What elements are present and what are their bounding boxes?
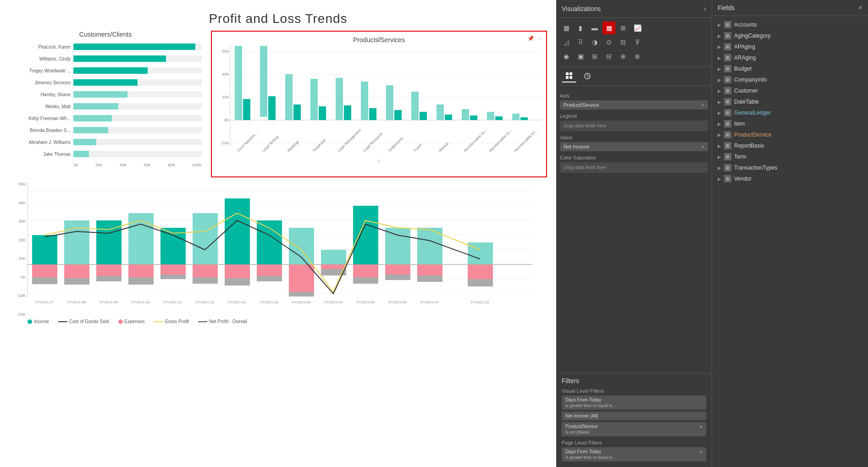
accounts-name: Accounts [734, 22, 757, 28]
transaction-types-name: TransactionTypes [734, 165, 777, 171]
viz-icon-map[interactable]: ⊕ [617, 50, 630, 63]
term-name: Term [734, 154, 746, 160]
customers-bar-chart: Peacock, KarenWilliams, CindyTingey Worl… [9, 42, 202, 170]
filter-clear-3[interactable]: × [699, 424, 702, 430]
viz-icon-donut[interactable]: ⊙ [603, 36, 615, 49]
bar-fill [73, 91, 127, 98]
viz-icon-stacked-bar[interactable]: ▬ [588, 22, 601, 34]
filter-days-from-today-visual: Days From Today is greater than or equal… [562, 396, 706, 410]
field-apaging[interactable]: ▶ ⊞ APAging [718, 42, 862, 52]
legend-net-profit: Net Profit - Overall [198, 319, 247, 324]
filter-clear-4[interactable]: × [699, 449, 702, 456]
viz-icon-card[interactable]: ▣ [574, 50, 587, 63]
field-transaction-types[interactable]: ▶ ⊞ TransactionTypes [718, 163, 862, 173]
svg-text:Settlements: Settlements [387, 136, 404, 153]
svg-rect-23 [386, 85, 393, 120]
customers-x-axis: 0K 20K 40K 60K 80K 100K [14, 163, 202, 167]
svg-rect-60 [32, 277, 57, 284]
bar-fill [73, 103, 118, 110]
svg-rect-30 [470, 115, 477, 120]
date-table-icon: ⊞ [724, 98, 731, 105]
legend-income-label: Income [34, 319, 49, 324]
field-vendor[interactable]: ▶ ⊞ Vendor [718, 174, 862, 184]
svg-rect-90 [353, 277, 378, 284]
more-icon[interactable]: ··· [537, 35, 542, 42]
svg-rect-97 [468, 242, 493, 264]
axis-dropdown[interactable]: Product/Service × [560, 100, 708, 110]
field-date-table[interactable]: ▶ ⊞ DateTable [718, 97, 862, 107]
svg-rect-98 [468, 264, 493, 279]
svg-rect-74 [193, 264, 218, 277]
bar-track [73, 67, 202, 74]
bar-track [73, 127, 202, 133]
svg-rect-63 [64, 278, 89, 285]
legend-drag-area: Drag data fields here [560, 121, 708, 131]
axis-value: Product/Service [564, 102, 599, 108]
chart-legend: Income Cost of Goods Sold Expenses Gross… [9, 319, 547, 324]
field-company-info[interactable]: ▶ ⊞ CompanyInfo [718, 75, 862, 85]
customer-chevron: ▶ [718, 88, 721, 93]
viz-icon-line[interactable]: 📈 [631, 22, 644, 34]
viz-icon-area[interactable]: ◿ [560, 36, 573, 49]
viz-fields-tab[interactable] [562, 70, 576, 82]
araging-chevron: ▶ [718, 55, 721, 60]
value-label: Value [560, 135, 708, 140]
filter-name-1: Days From Today [565, 397, 616, 402]
bar-label: Tingey Worldwide ... [14, 68, 73, 73]
svg-rect-25 [411, 92, 419, 120]
viz-icon-bar[interactable]: ▦ [560, 22, 573, 34]
svg-rect-115 [569, 72, 572, 75]
viz-panel-chevron[interactable]: › [704, 5, 706, 13]
fields-panel-header: Fields × [712, 0, 868, 16]
budget-icon: ⊞ [724, 65, 731, 72]
svg-text:FY2015-02: FY2015-02 [260, 300, 278, 304]
svg-rect-28 [445, 115, 452, 120]
viz-icon-stacked100[interactable]: ⊞ [617, 22, 630, 34]
svg-text:20K: 20K [222, 95, 229, 99]
viz-icon-gauge[interactable]: ◉ [560, 50, 573, 63]
field-araging[interactable]: ▶ ⊞ ARAging [718, 53, 862, 63]
viz-icon-column[interactable]: ▮ [574, 22, 587, 34]
value-dropdown[interactable]: Net Income × [560, 142, 708, 151]
viz-format-tab[interactable] [580, 70, 595, 82]
bar-label: Brenda Bowden S... [14, 128, 73, 133]
legend-cogs-icon [58, 321, 67, 322]
field-accounts[interactable]: ▶ ⊞ Accounts [718, 20, 862, 30]
field-aging-category[interactable]: ▶ ⊞ AgingCategory [718, 31, 862, 41]
viz-icon-funnel[interactable]: ⊽ [631, 36, 644, 49]
pin-icon[interactable]: 📌 [527, 35, 534, 42]
chart-action-icons: 📌 ··· [527, 35, 542, 42]
bar-row: Peacock, Karen [14, 42, 202, 52]
viz-icon-scatter[interactable]: ⠿ [574, 36, 587, 49]
field-product-service[interactable]: ▶ ⊞ ProductService [718, 130, 862, 140]
field-item[interactable]: ▶ ⊞ Item [718, 119, 862, 129]
svg-rect-77 [225, 264, 250, 278]
transaction-types-chevron: ▶ [718, 165, 721, 170]
field-term[interactable]: ▶ ⊞ Term [718, 152, 862, 162]
term-chevron: ▶ [718, 154, 721, 159]
svg-rect-18 [319, 106, 326, 120]
bar-row: Williams, Cindy [14, 54, 202, 64]
viz-icon-treemap[interactable]: ⊟ [617, 36, 630, 49]
viz-icon-matrix[interactable]: ⊟ [603, 50, 615, 63]
viz-icon-custom[interactable]: ⊗ [631, 50, 644, 63]
fields-panel-close[interactable]: × [858, 4, 862, 12]
araging-name: ARAging [734, 55, 756, 61]
field-report-basis[interactable]: ▶ ⊞ ReportBasis [718, 141, 862, 151]
x-label-20k: 20K [95, 163, 103, 167]
svg-rect-99 [468, 279, 493, 286]
x-label-0k: 0K [73, 163, 78, 167]
value-clear-icon[interactable]: × [702, 144, 704, 149]
legend-cogs-label: Cost of Goods Sold [69, 319, 109, 324]
field-budget[interactable]: ▶ ⊞ Budget [718, 64, 862, 74]
viz-icon-pie[interactable]: ◑ [588, 36, 601, 49]
field-customer[interactable]: ▶ ⊞ Customer [718, 86, 862, 96]
axis-clear-icon[interactable]: × [702, 102, 704, 108]
field-general-ledger[interactable]: ▶ ⊞ GeneralLedger [718, 108, 862, 118]
viz-icon-table[interactable]: ⊞ [588, 50, 601, 63]
item-chevron: ▶ [718, 121, 721, 126]
viz-icon-stacked-column[interactable]: ▩ [603, 22, 615, 34]
bottom-trend-chart: 50K 40K 30K 20K 10K 0K -10K -20K [9, 182, 547, 462]
viz-panel-header: Visualizations › [556, 0, 712, 18]
svg-text:Reimbursable Ex...: Reimbursable Ex... [514, 128, 538, 153]
